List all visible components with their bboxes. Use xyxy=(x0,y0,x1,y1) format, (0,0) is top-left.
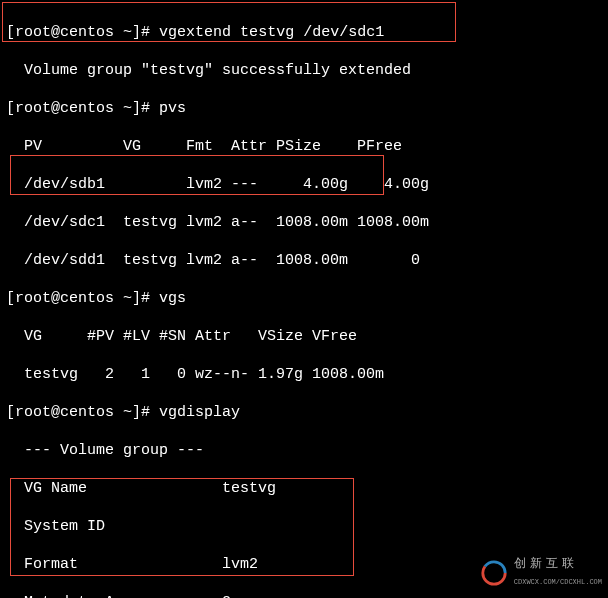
vgdisplay-title: --- Volume group --- xyxy=(6,441,602,460)
cmd-line-vgextend: [root@centos ~]# vgextend testvg /dev/sd… xyxy=(6,23,602,42)
prompt-path: ~ xyxy=(123,404,132,421)
prompt-close: ]# xyxy=(132,404,150,421)
prompt-close: ]# xyxy=(132,290,150,307)
prompt-userhost: root@centos xyxy=(15,404,114,421)
terminal-output[interactable]: [root@centos ~]# vgextend testvg /dev/sd… xyxy=(0,0,608,598)
prompt-path: ~ xyxy=(123,100,132,117)
vgs-header: VG #PV #LV #SN Attr VSize VFree xyxy=(6,327,602,346)
prompt-path: ~ xyxy=(123,290,132,307)
prompt-userhost: root@centos xyxy=(15,24,114,41)
vgdisplay-sysid: System ID xyxy=(6,517,602,536)
pvs-row-sdc1: /dev/sdc1 testvg lvm2 a-- 1008.00m 1008.… xyxy=(6,213,602,232)
cmd-vgs: vgs xyxy=(159,290,186,307)
cmd-line-vgs: [root@centos ~]# vgs xyxy=(6,289,602,308)
vgdisplay-metadata-areas: Metadata Areas 2 xyxy=(6,593,602,598)
pvs-row-sdb1: /dev/sdb1 lvm2 --- 4.00g 4.00g xyxy=(6,175,602,194)
prompt-open: [ xyxy=(6,24,15,41)
vgdisplay-name: VG Name testvg xyxy=(6,479,602,498)
prompt-close: ]# xyxy=(132,100,150,117)
prompt-path: ~ xyxy=(123,24,132,41)
vgs-row-testvg: testvg 2 1 0 wz--n- 1.97g 1008.00m xyxy=(6,365,602,384)
pvs-header: PV VG Fmt Attr PSize PFree xyxy=(6,137,602,156)
prompt-open: [ xyxy=(6,290,15,307)
prompt-close: ]# xyxy=(132,24,150,41)
vgdisplay-format: Format lvm2 xyxy=(6,555,602,574)
prompt-userhost: root@centos xyxy=(15,290,114,307)
pvs-row-sdd1: /dev/sdd1 testvg lvm2 a-- 1008.00m 0 xyxy=(6,251,602,270)
prompt-open: [ xyxy=(6,404,15,421)
cmd-line-vgdisplay: [root@centos ~]# vgdisplay xyxy=(6,403,602,422)
cmd-pvs: pvs xyxy=(159,100,186,117)
vgextend-output: Volume group "testvg" successfully exten… xyxy=(6,61,602,80)
prompt-userhost: root@centos xyxy=(15,100,114,117)
cmd-line-pvs: [root@centos ~]# pvs xyxy=(6,99,602,118)
cmd-vgextend: vgextend testvg /dev/sdc1 xyxy=(159,24,384,41)
prompt-open: [ xyxy=(6,100,15,117)
cmd-vgdisplay: vgdisplay xyxy=(159,404,240,421)
